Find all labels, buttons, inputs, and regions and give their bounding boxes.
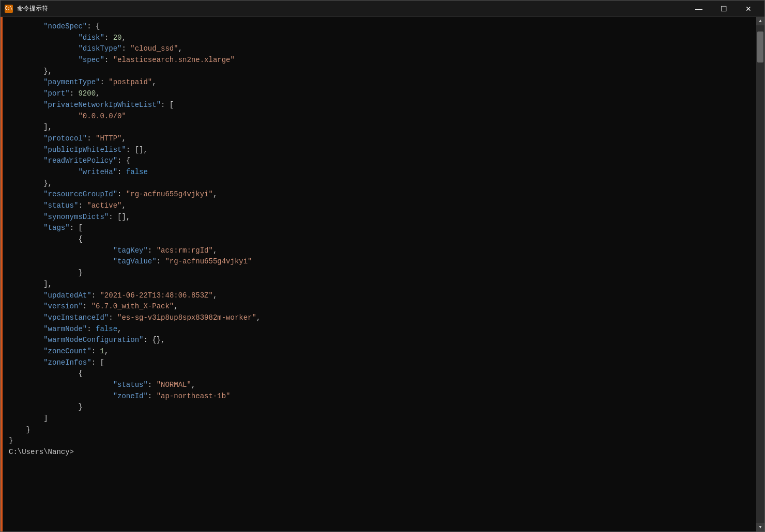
title-bar: C:\ 命令提示符 — ☐ ✕ (1, 1, 764, 17)
scroll-down-arrow[interactable]: ▼ (756, 523, 764, 531)
close-button[interactable]: ✕ (737, 1, 760, 17)
console-content[interactable]: "nodeSpec": { "disk": 20, "diskType": "c… (3, 17, 756, 531)
maximize-button[interactable]: ☐ (712, 1, 736, 17)
title-bar-controls: — ☐ ✕ (687, 1, 760, 17)
cmd-window: C:\ 命令提示符 — ☐ ✕ "nodeSpec": { "disk": 20… (0, 0, 765, 532)
scrollbar[interactable]: ▲ ▼ (756, 17, 764, 531)
title-bar-left: C:\ 命令提示符 (5, 4, 48, 13)
window-title: 命令提示符 (17, 4, 48, 13)
scrollbar-thumb[interactable] (757, 32, 763, 62)
minimize-button[interactable]: — (687, 1, 711, 17)
scroll-up-arrow[interactable]: ▲ (756, 17, 764, 25)
cmd-icon: C:\ (5, 5, 13, 13)
console-area: "nodeSpec": { "disk": 20, "diskType": "c… (1, 17, 764, 531)
scrollbar-track-middle (757, 25, 763, 523)
console-output: "nodeSpec": { "disk": 20, "diskType": "c… (9, 21, 750, 458)
cmd-prompt: C:\Users\Nancy> (9, 448, 74, 456)
